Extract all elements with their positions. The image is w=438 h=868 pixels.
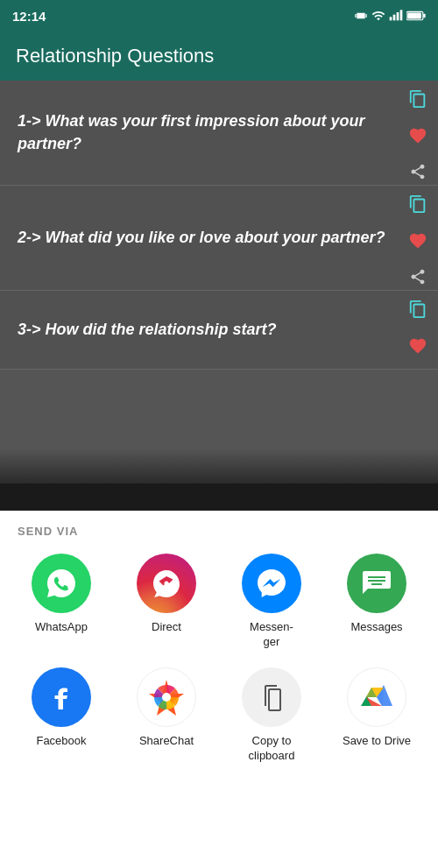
svg-rect-3 [400, 10, 403, 20]
drive-label: Save to Drive [343, 734, 411, 749]
svg-point-7 [165, 582, 169, 586]
share-item-messenger[interactable]: Messen-ger [228, 554, 315, 650]
content-area: 1-> What was your first impression about… [0, 81, 438, 483]
card-actions-2 [408, 194, 427, 290]
share-row-2: Facebook [0, 667, 438, 764]
direct-label: Direct [152, 620, 181, 635]
sharechat-icon [137, 667, 196, 727]
wifi-icon [371, 9, 385, 23]
app-title: Relationship Questions [16, 45, 214, 67]
question-text-3: 3-> How did the relationship start? [18, 319, 277, 341]
dim-overlay [0, 448, 438, 483]
time-display: 12:14 [12, 9, 46, 24]
svg-rect-1 [393, 15, 396, 21]
card-actions-1 [408, 89, 427, 185]
svg-rect-2 [397, 12, 399, 20]
share-icon-1[interactable] [409, 163, 427, 185]
share-item-messages[interactable]: Messages [333, 554, 420, 635]
messenger-label: Messen-ger [250, 620, 293, 650]
share-item-direct[interactable]: Direct [123, 554, 210, 635]
question-text-2: 2-> What did you like or love about your… [18, 227, 385, 249]
whatsapp-label: WhatsApp [35, 620, 88, 635]
card-actions-3 [408, 300, 427, 361]
share-sheet: SEND VIA WhatsApp Direct [0, 511, 438, 868]
svg-rect-0 [390, 17, 392, 20]
status-icons [354, 9, 426, 23]
question-text-1: 1-> What was your first impression about… [18, 110, 385, 154]
messages-label: Messages [350, 620, 402, 635]
whatsapp-icon [32, 554, 91, 613]
facebook-icon [32, 667, 91, 727]
vibrate-icon [354, 9, 368, 23]
share-item-whatsapp[interactable]: WhatsApp [18, 554, 105, 635]
messenger-icon [242, 554, 301, 613]
drive-icon [347, 667, 406, 727]
facebook-label: Facebook [36, 734, 86, 749]
share-item-sharechat[interactable]: ShareChat [123, 667, 210, 749]
signal-icon [389, 9, 403, 23]
share-row-1: WhatsApp Direct Messen-ger [0, 554, 438, 650]
sharechat-label: ShareChat [139, 734, 194, 749]
share-item-facebook[interactable]: Facebook [18, 667, 105, 749]
share-item-clipboard[interactable]: Copy to clipboard [228, 667, 315, 764]
battery-icon [406, 9, 426, 23]
question-card-1: 1-> What was your first impression about… [0, 81, 438, 186]
clipboard-icon [242, 667, 301, 727]
question-card-3: 3-> How did the relationship start? [0, 291, 438, 370]
direct-icon [137, 554, 196, 613]
share-item-drive[interactable]: Save to Drive [333, 667, 420, 749]
app-header: Relationship Questions [0, 32, 438, 81]
status-bar: 12:14 [0, 0, 438, 32]
svg-point-11 [162, 693, 171, 702]
send-via-label: SEND VIA [0, 525, 438, 554]
copy-icon-1[interactable] [408, 89, 427, 114]
messages-icon [347, 554, 406, 613]
heart-icon-1[interactable] [408, 126, 427, 151]
clipboard-label: Copy to clipboard [228, 734, 315, 764]
heart-icon-3[interactable] [408, 336, 427, 361]
svg-rect-6 [407, 12, 421, 18]
heart-icon-2[interactable] [408, 231, 427, 256]
copy-icon-3[interactable] [408, 300, 427, 324]
question-card-2: 2-> What did you like or love about your… [0, 186, 438, 291]
svg-rect-5 [423, 14, 425, 18]
copy-icon-2[interactable] [408, 194, 427, 219]
share-icon-2[interactable] [409, 268, 427, 290]
